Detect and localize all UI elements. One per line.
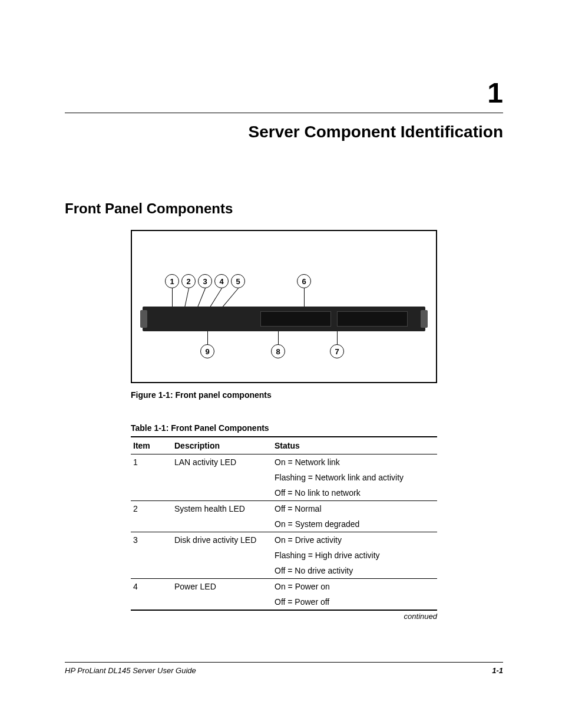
cell-status: Flashing = High drive activity: [272, 548, 437, 563]
cell-status: On = Drive activity: [272, 532, 437, 548]
cell-description: LAN activity LED: [172, 454, 272, 470]
table-row: Off = No link to network: [131, 485, 437, 501]
table-row: 4 Power LED On = Power on: [131, 579, 437, 595]
cell-status: On = System degraded: [272, 516, 437, 532]
table-title: Table 1-1: Front Panel Components: [131, 423, 437, 433]
table-row: 1 LAN activity LED On = Network link: [131, 454, 437, 470]
table-header-row: Item Description Status: [131, 437, 437, 454]
callout-6: 6: [297, 274, 311, 288]
cell-status: Off = No drive activity: [272, 563, 437, 579]
cell-status: On = Power on: [272, 579, 437, 595]
cell-status: Flashing = Network link and activity: [272, 470, 437, 485]
chapter-rule: [65, 113, 503, 113]
table-row: On = System degraded: [131, 516, 437, 532]
figure-diagram: 1 2 3 4 5 6 9 8 7: [131, 230, 437, 383]
components-table: Item Description Status 1 LAN activity L…: [131, 436, 437, 611]
footer-rule: [65, 662, 503, 663]
table-row: Flashing = High drive activity: [131, 548, 437, 563]
footer-page-number: 1-1: [492, 666, 503, 675]
table-continued: continued: [131, 612, 437, 621]
table-row: 2 System health LED Off = Normal: [131, 501, 437, 517]
callout-4: 4: [214, 274, 229, 288]
th-item: Item: [131, 437, 172, 454]
cell-item: 3: [131, 532, 172, 548]
callout-2: 2: [181, 274, 196, 288]
callout-9: 9: [200, 344, 214, 358]
server-chassis: [143, 307, 425, 331]
cell-description: System health LED: [172, 501, 272, 517]
cell-status: On = Network link: [272, 454, 437, 470]
callout-1: 1: [165, 274, 179, 288]
section-title: Front Panel Components: [65, 200, 503, 217]
table-row: Flashing = Network link and activity: [131, 470, 437, 485]
chapter-title: Server Component Identification: [65, 123, 503, 141]
cell-item: 4: [131, 579, 172, 595]
cell-description: Power LED: [172, 579, 272, 595]
table-row: Off = No drive activity: [131, 563, 437, 579]
th-status: Status: [272, 437, 437, 454]
footer-guide-title: HP ProLiant DL145 Server User Guide: [65, 666, 196, 675]
th-description: Description: [172, 437, 272, 454]
cell-item: 1: [131, 454, 172, 470]
callout-7: 7: [330, 344, 344, 358]
cell-status: Off = Normal: [272, 501, 437, 517]
callout-3: 3: [198, 274, 212, 288]
cell-status: Off = No link to network: [272, 485, 437, 501]
chapter-number: 1: [65, 77, 503, 109]
page-footer: HP ProLiant DL145 Server User Guide 1-1: [65, 662, 503, 675]
figure-caption: Figure 1-1: Front panel components: [131, 390, 437, 400]
table-row: 3 Disk drive activity LED On = Drive act…: [131, 532, 437, 548]
cell-description: Disk drive activity LED: [172, 532, 272, 548]
callout-8: 8: [271, 344, 285, 358]
cell-status: Off = Power off: [272, 594, 437, 610]
table-row: Off = Power off: [131, 594, 437, 610]
cell-item: 2: [131, 501, 172, 517]
callout-5: 5: [231, 274, 245, 288]
